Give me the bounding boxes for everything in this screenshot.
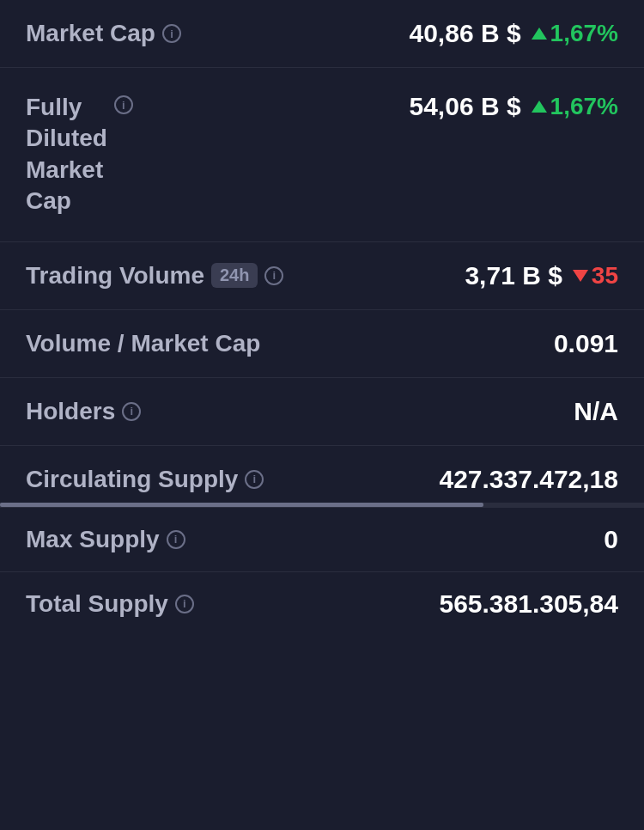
arrow-down-icon — [573, 270, 588, 282]
circulating-supply-info-icon[interactable]: i — [245, 470, 264, 489]
holders-row: Holders i N/A — [0, 378, 644, 446]
fully-diluted-info-icon[interactable]: i — [114, 95, 133, 114]
market-cap-label-section: Market Cap i — [26, 20, 181, 47]
max-supply-label-section: Max Supply i — [26, 526, 185, 553]
market-cap-row: Market Cap i 40,86 B $ 1,67% — [0, 0, 644, 68]
total-supply-row: Total Supply i 565.381.305,84 — [0, 572, 644, 636]
total-supply-info-icon[interactable]: i — [175, 595, 194, 613]
fully-diluted-value-section: 54,06 B $ 1,67% — [410, 92, 619, 121]
holders-value: N/A — [574, 397, 618, 426]
fully-diluted-change-value: 1,67% — [550, 93, 618, 120]
volume-market-cap-value-section: 0.091 — [554, 329, 618, 358]
market-cap-info-icon[interactable]: i — [162, 24, 181, 43]
volume-market-cap-row: Volume / Market Cap 0.091 — [0, 310, 644, 378]
volume-market-cap-value: 0.091 — [554, 329, 618, 358]
fully-diluted-label: FullyDilutedMarketCap — [26, 92, 107, 217]
market-cap-value-section: 40,86 B $ 1,67% — [410, 19, 619, 48]
circulating-supply-progress-fill — [0, 503, 483, 507]
circulating-supply-row: Circulating Supply i 427.337.472,18 — [0, 446, 644, 508]
arrow-up-icon — [532, 27, 547, 40]
fully-diluted-label-section: FullyDilutedMarketCap i — [26, 92, 133, 217]
circulating-supply-inner: Circulating Supply i 427.337.472,18 — [0, 446, 644, 503]
holders-info-icon[interactable]: i — [122, 402, 141, 421]
trading-volume-badge: 24h — [211, 263, 258, 288]
fully-diluted-label-text: FullyDilutedMarketCap — [26, 92, 107, 217]
market-cap-value: 40,86 B $ — [410, 19, 521, 48]
holders-value-section: N/A — [574, 397, 618, 426]
max-supply-value: 0 — [604, 525, 618, 554]
circulating-supply-label-section: Circulating Supply i — [26, 466, 264, 493]
total-supply-label: Total Supply — [26, 590, 168, 618]
market-cap-label: Market Cap — [26, 20, 155, 47]
max-supply-label: Max Supply — [26, 526, 160, 553]
stats-container: Market Cap i 40,86 B $ 1,67% FullyDilute… — [0, 0, 644, 636]
circulating-supply-value-section: 427.337.472,18 — [439, 465, 618, 494]
trading-volume-value-section: 3,71 B $ 35 — [465, 261, 618, 290]
trading-volume-label: Trading Volume — [26, 262, 204, 290]
trading-volume-change-value: 35 — [592, 262, 618, 290]
circulating-supply-label: Circulating Supply — [26, 466, 238, 493]
circulating-supply-progress-bar — [0, 503, 644, 507]
trading-volume-label-section: Trading Volume 24h i — [26, 262, 283, 290]
fully-diluted-value: 54,06 B $ — [410, 92, 521, 121]
total-supply-label-section: Total Supply i — [26, 590, 194, 618]
trading-volume-change: 35 — [573, 262, 618, 290]
fully-diluted-row: FullyDilutedMarketCap i 54,06 B $ 1,67% — [0, 68, 644, 242]
max-supply-value-section: 0 — [604, 525, 618, 554]
arrow-up-icon-2 — [532, 101, 547, 113]
max-supply-info-icon[interactable]: i — [167, 530, 185, 549]
total-supply-value-section: 565.381.305,84 — [439, 589, 618, 619]
max-supply-row: Max Supply i 0 — [0, 508, 644, 572]
market-cap-change: 1,67% — [532, 20, 618, 47]
trading-volume-row: Trading Volume 24h i 3,71 B $ 35 — [0, 242, 644, 310]
total-supply-value: 565.381.305,84 — [439, 589, 618, 619]
fully-diluted-change: 1,67% — [532, 93, 618, 120]
circulating-supply-value: 427.337.472,18 — [439, 465, 618, 494]
volume-market-cap-label: Volume / Market Cap — [26, 330, 260, 357]
holders-label: Holders — [26, 398, 115, 425]
volume-market-cap-label-section: Volume / Market Cap — [26, 330, 260, 357]
trading-volume-info-icon[interactable]: i — [264, 266, 283, 285]
trading-volume-value: 3,71 B $ — [465, 261, 562, 290]
holders-label-section: Holders i — [26, 398, 141, 425]
market-cap-change-value: 1,67% — [550, 20, 618, 47]
